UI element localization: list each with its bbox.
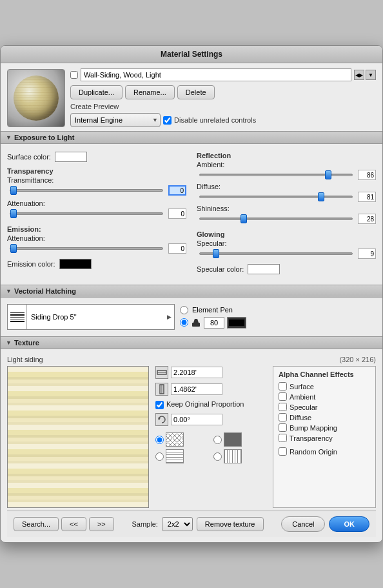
exposure-triangle: ▼	[6, 134, 12, 141]
pattern-horiz[interactable]	[166, 449, 184, 463]
pattern-radio-1[interactable]	[155, 436, 164, 444]
hatching-triangle: ▼	[6, 288, 12, 294]
alpha-surface-label: Surface	[290, 383, 314, 390]
hatching-dropdown-arrow: ▶	[164, 314, 174, 320]
title-bar: Material Settings	[1, 46, 382, 63]
random-origin-checkbox[interactable]	[279, 447, 287, 456]
element-pen-radio[interactable]	[180, 306, 188, 314]
emission-attenuation-value[interactable]	[168, 243, 186, 254]
texture-width-input[interactable]	[171, 367, 222, 378]
prev-button[interactable]: <<	[61, 517, 86, 531]
alpha-diffuse-label: Diffuse	[290, 414, 311, 421]
glowing-label: Glowing	[197, 230, 224, 238]
rename-button[interactable]: Rename...	[125, 85, 175, 99]
pattern-solid[interactable]	[224, 432, 242, 447]
custom-pen-radio[interactable]	[180, 318, 188, 327]
ambient-label: Ambient:	[197, 161, 224, 168]
pattern-vert[interactable]	[224, 449, 242, 463]
alpha-diffuse-checkbox[interactable]	[279, 413, 287, 421]
texture-controls: Keep Original Proportion	[155, 366, 266, 508]
reflection-label: Reflection	[197, 152, 376, 159]
hatching-select-wrapper[interactable]: Siding Drop 5" ▶	[7, 304, 175, 330]
surface-color-label: Surface color:	[7, 153, 51, 161]
attenuation-slider[interactable]	[10, 212, 163, 215]
pattern-radio-4[interactable]	[213, 452, 222, 461]
ambient-slider[interactable]	[199, 174, 353, 176]
texture-name: Light siding	[7, 356, 43, 363]
transmittance-label: Transmittance:	[7, 176, 54, 184]
search-button[interactable]: Search...	[14, 517, 59, 531]
hatching-content: Siding Drop 5" ▶ Element Pen	[7, 301, 376, 332]
rotation-input[interactable]	[171, 414, 222, 425]
ambient-value[interactable]	[358, 170, 376, 180]
emission-attenuation-label: Attenuation:	[7, 234, 45, 242]
remove-texture-button[interactable]: Remove texture	[197, 517, 264, 531]
ok-button[interactable]: OK	[329, 516, 369, 532]
alpha-surface-checkbox[interactable]	[279, 382, 287, 390]
menu-icon[interactable]: ▼	[366, 70, 376, 80]
texture-section-label: Texture	[14, 339, 39, 347]
disable-controls-checkbox[interactable]	[163, 116, 172, 125]
pattern-options	[155, 432, 266, 463]
specular-value[interactable]	[358, 248, 376, 259]
alpha-ambient-label: Ambient	[290, 393, 315, 401]
pattern-radio-2[interactable]	[213, 436, 222, 444]
texture-dimensions: (320 × 216)	[339, 356, 376, 363]
cancel-button[interactable]: Cancel	[281, 516, 325, 532]
shininess-slider[interactable]	[199, 218, 353, 220]
rotate-icon	[155, 413, 168, 426]
pattern-radio-3[interactable]	[155, 452, 164, 461]
texture-section-header[interactable]: ▼ Texture	[1, 336, 382, 349]
texture-width-icon	[155, 366, 168, 379]
duplicate-button[interactable]: Duplicate...	[70, 85, 123, 99]
alpha-effects-panel: Alpha Channel Effects Surface Ambient Sp…	[273, 366, 376, 508]
keep-proportion-label: Keep Original Proportion	[166, 400, 244, 409]
alpha-bump-checkbox[interactable]	[279, 423, 287, 432]
attenuation-value[interactable]	[168, 208, 186, 219]
transmittance-value[interactable]	[168, 185, 186, 196]
emission-attenuation-slider[interactable]	[10, 247, 163, 250]
preview-sphere	[7, 69, 65, 127]
alpha-transparency-checkbox[interactable]	[279, 434, 287, 442]
diffuse-value[interactable]	[358, 192, 376, 202]
texture-height-input[interactable]	[171, 383, 222, 395]
hatching-icon	[8, 305, 27, 329]
alpha-title: Alpha Channel Effects	[279, 370, 370, 378]
texture-content: Light siding (320 × 216)	[7, 353, 376, 511]
element-pen-group: Element Pen	[180, 306, 246, 329]
emission-label: Emission:	[7, 225, 41, 233]
material-checkbox[interactable]	[70, 71, 78, 79]
specular-color-label: Specular color:	[197, 265, 244, 273]
keep-proportion-checkbox[interactable]	[155, 401, 164, 409]
alpha-specular-checkbox[interactable]	[279, 403, 287, 411]
alpha-ambient-checkbox[interactable]	[279, 392, 287, 401]
material-controls: Wall-Siding, Wood, Light ◀▶ ▼ Duplicate.…	[70, 68, 376, 127]
exposure-section-header[interactable]: ▼ Exposure to Light	[1, 131, 382, 144]
transmittance-slider[interactable]	[10, 189, 163, 192]
alpha-transparency-label: Transparency	[290, 434, 333, 442]
engine-select[interactable]: Internal Engine External Engine	[70, 113, 161, 127]
pen-value-input[interactable]	[204, 317, 224, 329]
bottom-bar: Search... << >> Sample: 2x2 4x4 8x8 Remo…	[7, 511, 376, 537]
next-button[interactable]: >>	[89, 517, 114, 531]
material-name-field[interactable]: Wall-Siding, Wood, Light	[81, 68, 351, 81]
specular-slider[interactable]	[199, 252, 353, 255]
expand-icon[interactable]: ◀▶	[354, 70, 364, 80]
delete-button[interactable]: Delete	[177, 85, 215, 99]
pattern-cross[interactable]	[166, 432, 184, 447]
emission-color-swatch[interactable]	[59, 259, 92, 269]
hatching-section-label: Vectorial Hatching	[14, 287, 76, 295]
pen-color-swatch[interactable]	[227, 317, 246, 329]
sample-label: Sample:	[132, 520, 157, 528]
alpha-bump-label: Bump Mapping	[290, 424, 337, 432]
texture-preview[interactable]	[7, 366, 149, 508]
texture-height-icon	[155, 383, 168, 396]
surface-color-swatch[interactable]	[55, 152, 87, 162]
sample-select[interactable]: 2x2 4x4 8x8	[162, 517, 193, 531]
hatching-section-header[interactable]: ▼ Vectorial Hatching	[1, 285, 382, 298]
diffuse-slider[interactable]	[199, 196, 353, 198]
create-preview-label: Create Preview	[70, 103, 119, 110]
specular-color-swatch[interactable]	[248, 264, 280, 274]
shininess-value[interactable]	[358, 214, 376, 224]
pen-icon	[191, 318, 201, 328]
